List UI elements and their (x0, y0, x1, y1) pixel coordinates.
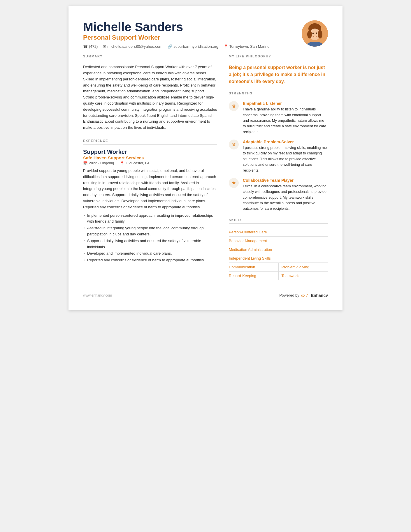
main-layout: SUMMARY Dedicated and compassionate Pers… (83, 54, 328, 280)
candidate-name: Michelle Sanders (83, 20, 302, 34)
location-icon-job: 📍 (120, 161, 124, 165)
contact-info: ☎ (472) ✉ michelle.sanders80@yahoo.com 🔗… (83, 44, 302, 49)
profile-photo (302, 20, 328, 47)
bullet-0-2: Supported daily living activities and en… (83, 238, 217, 250)
job-bullets-0: Implemented person-centered approach res… (83, 213, 217, 263)
strength-content-1: Adaptable Problem-Solver I possess stron… (243, 140, 328, 173)
experience-label: EXPERIENCE (83, 139, 217, 142)
strength-content-0: Empathetic Listener I have a genuine abi… (243, 101, 328, 135)
skill-5: Record-Keeping (229, 272, 279, 280)
contact-location: 📍 Torreytown, San Marino (224, 44, 269, 49)
footer: www.enhancv.com Powered by ∞✓ Enhancv (83, 289, 328, 299)
strengths-label: STRENGTHS (229, 91, 328, 95)
skill-row-1: Record-Keeping Teamwork (229, 272, 328, 280)
strength-icon-2: ★ (229, 178, 239, 188)
svg-point-3 (307, 30, 312, 38)
skill-4: Communication (229, 263, 279, 272)
job-meta-0: 📅 2022 - Ongoing 📍 Gloucester, GL1 (83, 161, 217, 165)
strength-desc-0: I have a genuine ability to listen to in… (243, 107, 328, 135)
job-company-0: Safe Haven Support Services (83, 155, 144, 160)
philosophy-label: MY LIFE PHILOSOPHY (229, 54, 328, 58)
summary-label: SUMMARY (83, 54, 217, 58)
strength-title-2: Collaborative Team Player (243, 178, 328, 183)
strength-0: ♛ Empathetic Listener I have a genuine a… (229, 101, 328, 135)
summary-divider (83, 60, 217, 60)
svg-point-4 (318, 30, 322, 38)
calendar-icon: 📅 (83, 161, 88, 165)
strength-desc-2: I excel in a collaborative team environm… (243, 184, 328, 212)
bullet-0-1: Assisted in integrating young people int… (83, 225, 217, 237)
header: Michelle Sanders Personal Support Worker… (83, 20, 328, 49)
strength-title-0: Empathetic Listener (243, 101, 328, 106)
job-location-0: 📍 Gloucester, GL1 (120, 161, 152, 165)
skill-4-pair: Problem-Solving (279, 263, 328, 272)
contact-website: 🔗 suburban-hybridisation.org (168, 44, 218, 49)
bullet-0-4: Reported any concerns or evidence of har… (83, 257, 217, 263)
skills-label: SKILLS (229, 218, 328, 222)
enhancv-name: Enhancv (311, 293, 328, 298)
strength-2: ★ Collaborative Team Player I excel in a… (229, 178, 328, 212)
skill-1: Behavior Management (229, 237, 328, 245)
footer-website: www.enhancv.com (83, 293, 112, 297)
bullet-0-0: Implemented person-centered approach res… (83, 213, 217, 225)
strength-icon-0: ♛ (229, 101, 239, 111)
strength-icon-1: ♛ (229, 140, 239, 149)
experience-divider (83, 144, 217, 145)
footer-brand: Powered by ∞✓ Enhancv (279, 292, 328, 299)
philosophy-divider (229, 60, 328, 60)
strength-title-1: Adaptable Problem-Solver (243, 140, 328, 144)
job-date-0: 📅 2022 - Ongoing (83, 161, 114, 165)
contact-email: ✉ michelle.sanders80@yahoo.com (103, 44, 162, 49)
skills-divider (229, 223, 328, 224)
svg-point-6 (316, 33, 317, 34)
powered-by-label: Powered by (279, 293, 299, 297)
strength-1: ♛ Adaptable Problem-Solver I possess str… (229, 140, 328, 173)
job-title-0: Support Worker (83, 149, 217, 155)
location-icon: 📍 (224, 44, 228, 49)
skill-3: Independent Living Skills (229, 254, 328, 263)
left-column: SUMMARY Dedicated and compassionate Pers… (83, 54, 217, 280)
summary-text: Dedicated and compassionate Personal Sup… (83, 64, 217, 131)
resume-page: Michelle Sanders Personal Support Worker… (68, 6, 342, 310)
strengths-divider (229, 97, 328, 97)
job-description-0: Provided support to young people with so… (83, 168, 217, 210)
header-left: Michelle Sanders Personal Support Worker… (83, 20, 302, 49)
email-icon: ✉ (103, 44, 106, 49)
candidate-title: Personal Support Worker (83, 34, 302, 41)
skill-5-pair: Teamwork (279, 272, 328, 280)
link-icon: 🔗 (168, 44, 172, 49)
skill-row-0: Communication Problem-Solving (229, 263, 328, 272)
strength-desc-1: I possess strong problem-solving skills,… (243, 145, 328, 173)
phone-icon: ☎ (83, 44, 88, 49)
bullet-0-3: Developed and implemented individual car… (83, 251, 217, 257)
philosophy-text: Being a personal support worker is not j… (229, 64, 328, 85)
svg-point-5 (312, 33, 314, 34)
skill-2: Medication Administration (229, 245, 328, 254)
strength-content-2: Collaborative Team Player I excel in a c… (243, 178, 328, 212)
right-column: MY LIFE PHILOSOPHY Being a personal supp… (229, 54, 328, 280)
skill-0: Person-Centered Care (229, 228, 328, 237)
photo-placeholder (302, 20, 328, 47)
enhancv-icon: ∞✓ (301, 292, 309, 299)
contact-phone: ☎ (472) (83, 44, 98, 49)
